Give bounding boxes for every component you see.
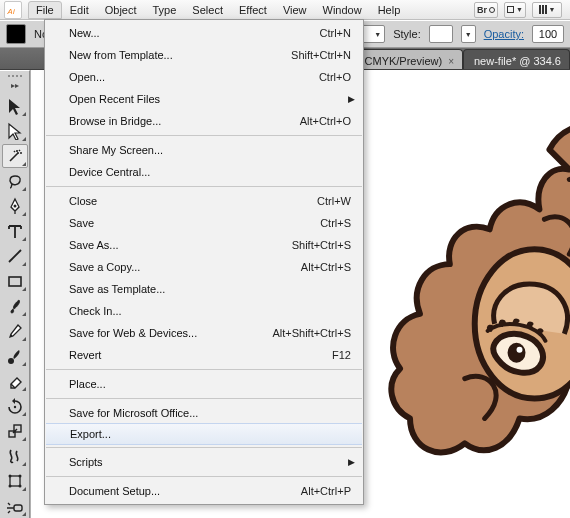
menu-item[interactable]: Device Central... (45, 161, 363, 183)
svg-point-6 (13, 205, 16, 208)
tool-flyout-icon (22, 312, 26, 316)
menu-item[interactable]: Export... (46, 423, 362, 445)
blob-brush-tool[interactable] (2, 344, 28, 368)
menu-effect[interactable]: Effect (231, 1, 275, 19)
magic-wand-tool[interactable] (2, 144, 28, 168)
menu-item-label: New... (69, 27, 320, 39)
menu-separator (46, 398, 362, 399)
free-transform-tool[interactable] (2, 469, 28, 493)
menu-item[interactable]: Browse in Bridge...Alt+Ctrl+O (45, 110, 363, 132)
menu-item-shortcut: Ctrl+W (317, 195, 351, 207)
tool-flyout-icon (22, 187, 26, 191)
panel-grip[interactable] (2, 75, 28, 77)
menu-item[interactable]: Open...Ctrl+O (45, 66, 363, 88)
svg-point-3 (508, 343, 526, 363)
opacity-label[interactable]: Opacity: (484, 28, 524, 40)
menu-view[interactable]: View (275, 1, 315, 19)
menu-item[interactable]: RevertF12 (45, 344, 363, 366)
lasso-tool[interactable] (2, 169, 28, 193)
style-swatch[interactable] (429, 25, 453, 43)
paintbrush-tool[interactable] (2, 294, 28, 318)
svg-point-10 (13, 406, 15, 408)
menu-item-label: Scripts (69, 456, 351, 468)
menu-item-label: Export... (70, 428, 350, 440)
pen-tool[interactable] (2, 194, 28, 218)
eraser-tool[interactable] (2, 369, 28, 393)
menu-item[interactable]: Save for Microsoft Office... (45, 402, 363, 424)
menu-type[interactable]: Type (145, 1, 185, 19)
tool-flyout-icon (22, 387, 26, 391)
menu-item[interactable]: Document Setup...Alt+Ctrl+P (45, 480, 363, 502)
menu-object[interactable]: Object (97, 1, 145, 19)
workspace-br-button[interactable]: Br (474, 2, 498, 18)
svg-point-4 (517, 347, 523, 353)
menu-item-shortcut: Alt+Ctrl+O (300, 115, 351, 127)
menu-item[interactable]: New from Template...Shift+Ctrl+N (45, 44, 363, 66)
svg-text:A: A (6, 6, 12, 15)
tool-flyout-icon (22, 462, 26, 466)
line-tool[interactable] (2, 244, 28, 268)
style-label: Style: (393, 28, 421, 40)
svg-point-5 (17, 152, 19, 154)
menu-item-label: Save for Web & Devices... (69, 327, 272, 339)
tool-flyout-icon (22, 512, 26, 516)
type-tool[interactable] (2, 219, 28, 243)
tool-flyout-icon (22, 412, 26, 416)
tool-flyout-icon (22, 287, 26, 291)
menu-item-label: Save As... (69, 239, 292, 251)
submenu-arrow-icon: ▶ (348, 457, 355, 467)
document-tab-1[interactable]: CMYK/Preview) × (354, 49, 463, 69)
menu-item-label: Close (69, 195, 317, 207)
menu-item[interactable]: New...Ctrl+N (45, 22, 363, 44)
menu-file[interactable]: File (28, 1, 62, 19)
tab-label: CMYK/Preview) (365, 55, 443, 67)
document-tab-2[interactable]: new-file* @ 334.6 (463, 49, 570, 69)
menu-item[interactable]: Save for Web & Devices...Alt+Shift+Ctrl+… (45, 322, 363, 344)
menu-separator (46, 476, 362, 477)
menu-window[interactable]: Window (315, 1, 370, 19)
opacity-value[interactable]: 100 (532, 25, 564, 43)
menu-item[interactable]: Open Recent Files▶ (45, 88, 363, 110)
menu-item[interactable]: Scripts▶ (45, 451, 363, 473)
menu-item[interactable]: CloseCtrl+W (45, 190, 363, 212)
menu-item[interactable]: Save a Copy...Alt+Ctrl+S (45, 256, 363, 278)
menu-item-label: Save a Copy... (69, 261, 301, 273)
menu-item-shortcut: Alt+Ctrl+S (301, 261, 351, 273)
submenu-arrow-icon: ▶ (348, 94, 355, 104)
style-dropdown[interactable]: ▼ (461, 25, 476, 43)
tool-flyout-icon (22, 487, 26, 491)
menu-item[interactable]: SaveCtrl+S (45, 212, 363, 234)
menu-item[interactable]: Share My Screen... (45, 139, 363, 161)
menu-item-label: Open Recent Files (69, 93, 351, 105)
menu-item[interactable]: Save as Template... (45, 278, 363, 300)
tool-flyout-icon (22, 137, 26, 141)
arrange-docs-button[interactable]: ▼ (504, 2, 526, 18)
app-logo[interactable]: Ai (4, 1, 22, 19)
tool-flyout-icon (22, 162, 26, 166)
menu-item-label: Save (69, 217, 320, 229)
svg-text:i: i (13, 6, 15, 15)
menu-item-shortcut: Ctrl+O (319, 71, 351, 83)
menu-item[interactable]: Place... (45, 373, 363, 395)
fill-swatch[interactable] (6, 24, 26, 44)
pencil-tool[interactable] (2, 319, 28, 343)
scale-tool[interactable] (2, 419, 28, 443)
close-icon[interactable]: × (448, 56, 454, 67)
symbol-sprayer-tool[interactable] (2, 494, 28, 518)
menu-edit[interactable]: Edit (62, 1, 97, 19)
rectangle-tool[interactable] (2, 269, 28, 293)
direct-selection-tool[interactable] (2, 119, 28, 143)
workspace-switcher[interactable]: ▼ (532, 2, 562, 18)
selection-tool[interactable] (2, 94, 28, 118)
rotate-tool[interactable] (2, 394, 28, 418)
tool-flyout-icon (22, 337, 26, 341)
toolbox-collapse[interactable]: ▸▸ (4, 81, 26, 90)
menu-separator (46, 369, 362, 370)
warp-tool[interactable] (2, 444, 28, 468)
menu-item[interactable]: Check In... (45, 300, 363, 322)
menu-item-label: Place... (69, 378, 351, 390)
menu-item[interactable]: Save As...Shift+Ctrl+S (45, 234, 363, 256)
menu-help[interactable]: Help (370, 1, 409, 19)
menu-select[interactable]: Select (184, 1, 231, 19)
svg-point-9 (8, 358, 14, 364)
